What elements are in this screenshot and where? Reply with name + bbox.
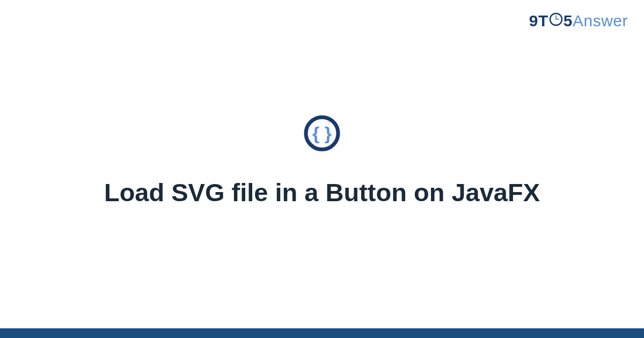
svg-text:{ }: { } xyxy=(312,123,332,143)
logo-five: 5 xyxy=(564,12,573,30)
code-braces-icon: { } xyxy=(303,114,341,155)
page-title: Load SVG file in a Button on JavaFX xyxy=(80,177,564,209)
clock-icon xyxy=(549,12,563,30)
logo-t: T xyxy=(538,12,548,30)
logo-answer: Answer xyxy=(573,12,628,30)
brand-logo[interactable]: 9T 5Answer xyxy=(529,12,628,31)
main-content: { } Load SVG file in a Button on JavaFX xyxy=(0,114,644,209)
footer-bar xyxy=(0,328,644,338)
logo-nine: 9 xyxy=(529,12,538,30)
